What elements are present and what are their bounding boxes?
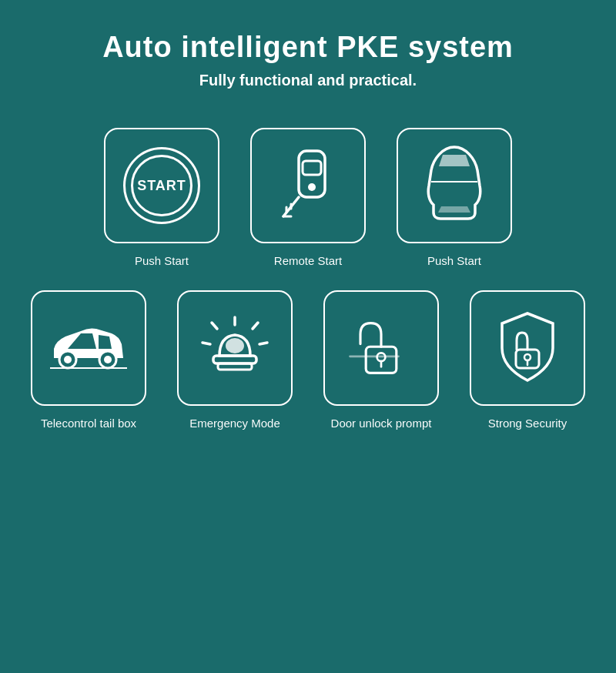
start-label-icon: START bbox=[131, 155, 192, 216]
svg-point-11 bbox=[104, 356, 112, 363]
item-push-start-2: Push Start bbox=[397, 128, 512, 267]
sub-title: Fully functional and practical. bbox=[102, 72, 514, 89]
remote-start-label: Remote Start bbox=[274, 254, 342, 267]
icon-box-remote-start bbox=[250, 128, 366, 243]
svg-rect-1 bbox=[303, 161, 321, 175]
svg-point-9 bbox=[64, 356, 72, 363]
icons-row-2: Telecontrol tail box bbox=[31, 290, 585, 430]
item-emergency-mode: Emergency Mode bbox=[177, 290, 293, 430]
item-push-start-1: START Push Start bbox=[104, 128, 219, 267]
svg-rect-20 bbox=[218, 363, 252, 370]
svg-rect-21 bbox=[366, 347, 397, 373]
svg-point-18 bbox=[226, 338, 244, 353]
item-strong-security: Strong Security bbox=[470, 290, 585, 430]
icon-box-push-start-1: START bbox=[104, 128, 219, 243]
car-top-icon bbox=[420, 143, 489, 228]
car-side-icon bbox=[46, 320, 131, 377]
icon-box-emergency bbox=[177, 290, 293, 406]
item-telecontrol-tail: Telecontrol tail box bbox=[31, 290, 146, 430]
alarm-icon bbox=[196, 313, 273, 383]
telecontrol-label: Telecontrol tail box bbox=[41, 417, 136, 430]
remote-key-icon bbox=[277, 147, 339, 224]
strong-security-label: Strong Security bbox=[488, 417, 567, 430]
door-unlock-label: Door unlock prompt bbox=[331, 417, 432, 430]
shield-lock-icon bbox=[493, 310, 562, 387]
icon-box-door-unlock bbox=[323, 290, 439, 406]
svg-line-15 bbox=[253, 323, 258, 329]
svg-line-14 bbox=[212, 323, 217, 329]
icon-box-telecontrol bbox=[31, 290, 146, 406]
push-start-1-label: Push Start bbox=[135, 254, 189, 267]
main-title: Auto intelligent PKE system bbox=[102, 31, 514, 64]
lock-unlock-icon bbox=[346, 313, 416, 383]
item-remote-start: Remote Start bbox=[250, 128, 366, 267]
push-start-2-label: Push Start bbox=[427, 254, 481, 267]
page-header: Auto intelligent PKE system Fully functi… bbox=[102, 0, 514, 89]
svg-line-17 bbox=[259, 343, 267, 344]
svg-point-2 bbox=[308, 183, 316, 191]
icon-box-push-start-2 bbox=[397, 128, 512, 243]
icons-grid: START Push Start bbox=[31, 128, 585, 430]
icons-row-1: START Push Start bbox=[104, 128, 512, 267]
emergency-mode-label: Emergency Mode bbox=[189, 417, 280, 430]
item-door-unlock: Door unlock prompt bbox=[323, 290, 439, 430]
start-button-icon: START bbox=[123, 147, 200, 224]
svg-line-16 bbox=[203, 343, 210, 344]
icon-box-strong-security bbox=[470, 290, 585, 406]
